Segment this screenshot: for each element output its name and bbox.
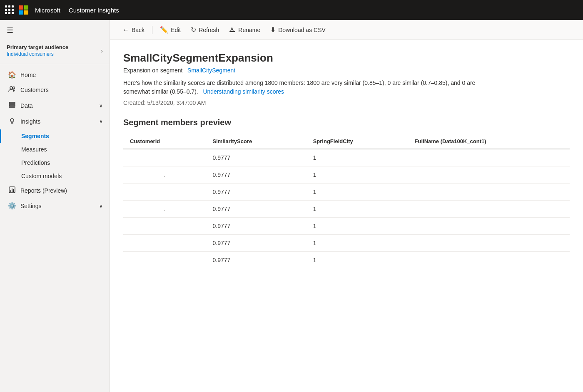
svg-rect-4 <box>9 107 15 107</box>
cell-similarity: 0.9777 <box>206 201 306 218</box>
svg-rect-9 <box>13 189 14 192</box>
svg-rect-10 <box>229 31 235 32</box>
edit-label: Edit <box>171 27 181 33</box>
back-icon: ← <box>122 26 129 34</box>
toolbar: ← Back ✏️ Edit ↻ Refresh Rename ⬇ Downlo… <box>110 20 583 40</box>
cell-city: 1 <box>306 184 408 201</box>
back-button[interactable]: ← Back <box>118 24 149 36</box>
predictions-label: Predictions <box>21 159 50 166</box>
data-icon <box>8 101 16 110</box>
svg-rect-2 <box>9 102 15 104</box>
cell-customerid <box>123 235 206 252</box>
cell-fullname <box>408 166 570 184</box>
sidebar-item-settings[interactable]: ⚙️ Settings ∨ <box>0 198 110 213</box>
page-title: SmallCitySegmentExpansion <box>123 52 570 65</box>
cell-fullname <box>408 149 570 166</box>
cell-customerid <box>123 184 206 201</box>
cell-customerid <box>123 218 206 235</box>
app-title: Customer Insights <box>69 7 119 14</box>
insights-icon <box>8 117 16 126</box>
cell-city: 1 <box>306 252 408 269</box>
refresh-button[interactable]: ↻ Refresh <box>187 23 223 36</box>
cell-city: 1 <box>306 201 408 218</box>
sidebar-item-reports[interactable]: Reports (Preview) <box>0 183 110 198</box>
back-label: Back <box>132 27 145 33</box>
svg-rect-8 <box>12 189 12 192</box>
insights-label: Insights <box>20 118 40 125</box>
reports-label: Reports (Preview) <box>20 187 67 194</box>
settings-chevron-icon: ∨ <box>99 203 103 209</box>
sidebar-item-home[interactable]: 🏠 Home <box>0 67 110 82</box>
download-button[interactable]: ⬇ Download as CSV <box>266 23 330 36</box>
download-label: Download as CSV <box>278 27 326 33</box>
refresh-icon: ↻ <box>191 26 196 34</box>
sidebar-item-custom-models[interactable]: Custom models <box>0 169 110 183</box>
svg-point-5 <box>10 119 14 122</box>
col-header-fullname: FullName (Data100K_cont1) <box>408 134 570 149</box>
svg-rect-7 <box>10 190 11 192</box>
svg-rect-3 <box>9 104 15 106</box>
cell-fullname <box>408 184 570 201</box>
download-icon: ⬇ <box>270 26 276 34</box>
main-nav: 🏠 Home Customers <box>0 64 110 392</box>
description-body: Here's how the similarity scores are dis… <box>123 79 475 95</box>
cell-similarity: 0.9777 <box>206 149 306 166</box>
settings-icon: ⚙️ <box>8 202 16 210</box>
cell-fullname <box>408 201 570 218</box>
members-table: CustomerId SimilarityScore SpringFieldCi… <box>123 134 570 268</box>
table-row: 0.97771 <box>123 218 570 235</box>
cell-similarity: 0.9777 <box>206 218 306 235</box>
cell-customerid <box>123 252 206 269</box>
cell-city: 1 <box>306 218 408 235</box>
table-row: 0.97771 <box>123 235 570 252</box>
col-header-similarity: SimilarityScore <box>206 134 306 149</box>
topbar: Microsoft Customer Insights <box>0 0 583 20</box>
waffle-icon[interactable] <box>5 5 14 15</box>
cell-fullname <box>408 235 570 252</box>
col-header-city: SpringFieldCity <box>306 134 408 149</box>
sidebar-item-insights[interactable]: Insights ∧ <box>0 114 110 129</box>
cell-city: 1 <box>306 235 408 252</box>
audience-value: Individual consumers <box>7 51 68 57</box>
audience-selector[interactable]: Primary target audience Individual consu… <box>0 41 110 64</box>
table-row: .0.97771 <box>123 166 570 184</box>
rename-button[interactable]: Rename <box>225 24 264 36</box>
data-chevron-icon: ∨ <box>99 103 103 109</box>
sidebar-item-measures[interactable]: Measures <box>0 143 110 156</box>
cell-similarity: 0.9777 <box>206 184 306 201</box>
cell-similarity: 0.9777 <box>206 166 306 184</box>
cell-fullname <box>408 252 570 269</box>
microsoft-logo <box>19 5 28 15</box>
edit-button[interactable]: ✏️ Edit <box>156 23 185 36</box>
cell-similarity: 0.9777 <box>206 252 306 269</box>
similarity-scores-link[interactable]: Understanding similarity scores <box>203 88 284 95</box>
sidebar: ☰ Primary target audience Individual con… <box>0 20 110 392</box>
cell-similarity: 0.9777 <box>206 235 306 252</box>
customers-label: Customers <box>20 87 49 93</box>
col-header-customerid: CustomerId <box>123 134 206 149</box>
expansion-segment-link[interactable]: SmallCitySegment <box>187 67 235 74</box>
preview-title: Segment members preview <box>123 118 570 127</box>
home-label: Home <box>20 72 36 78</box>
svg-point-1 <box>13 87 15 89</box>
sidebar-item-segments[interactable]: Segments <box>0 129 110 143</box>
settings-label: Settings <box>20 203 42 209</box>
created-text: Created: 5/13/2020, 3:47:00 AM <box>123 99 570 106</box>
table-row: 0.97771 <box>123 252 570 269</box>
insights-chevron-icon: ∧ <box>99 119 103 124</box>
table-row: .0.97771 <box>123 201 570 218</box>
audience-label: Primary target audience <box>7 44 68 50</box>
expansion-prefix: Expansion on segment <box>123 67 182 74</box>
data-label: Data <box>20 102 33 109</box>
cell-fullname <box>408 218 570 235</box>
expansion-label: Expansion on segment SmallCitySegment <box>123 67 570 74</box>
sidebar-item-predictions[interactable]: Predictions <box>0 156 110 169</box>
sidebar-item-data[interactable]: Data ∨ <box>0 98 110 114</box>
cell-customerid: . <box>123 166 206 184</box>
cell-city: 1 <box>306 166 408 184</box>
table-row: 0.97771 <box>123 149 570 166</box>
table-row: 0.97771 <box>123 184 570 201</box>
reports-icon <box>8 186 16 195</box>
sidebar-item-customers[interactable]: Customers <box>0 82 110 98</box>
hamburger-icon[interactable]: ☰ <box>0 20 110 41</box>
